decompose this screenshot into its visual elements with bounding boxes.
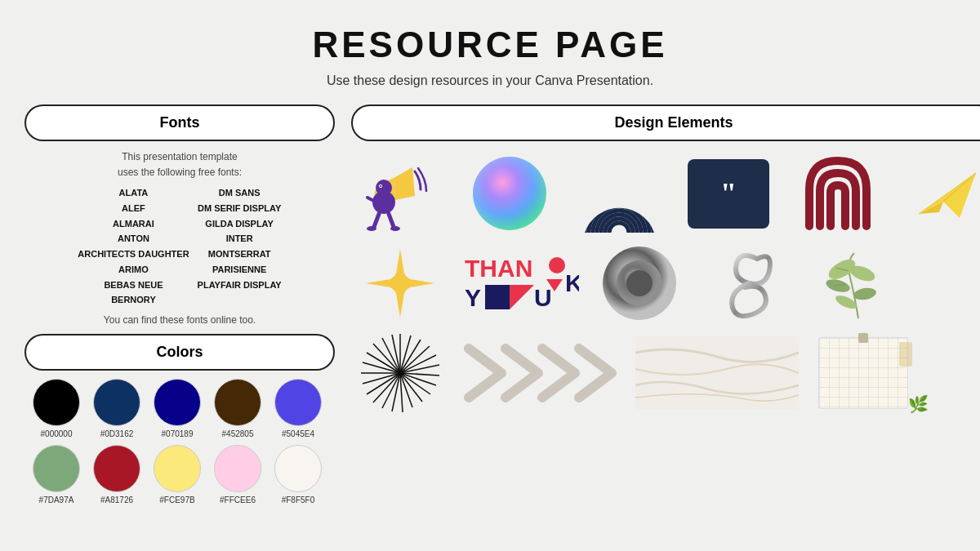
chrome-ring-element <box>590 242 688 324</box>
silver-figure-svg <box>708 242 790 324</box>
sunburst-svg <box>359 332 441 414</box>
colors-row-2: #7DA97A #A81726 #FCE97B #FFCEE6 #F8F5F0 <box>24 445 335 504</box>
color-item-purple: #5045E4 <box>274 379 322 438</box>
arch-element <box>789 153 887 234</box>
sunburst-element <box>351 332 449 414</box>
main-content: Fonts This presentation template uses th… <box>0 88 980 504</box>
marble-svg <box>635 336 799 410</box>
color-item-darkblue: #070189 <box>154 379 201 438</box>
arrows-element <box>461 332 624 414</box>
fonts-description: This presentation template uses the foll… <box>24 149 335 180</box>
striped-arc-svg <box>581 155 658 233</box>
svg-text:THAN: THAN <box>465 255 532 282</box>
design-elements-box: Design Elements <box>351 104 980 141</box>
svg-point-19 <box>549 257 565 273</box>
color-swatch-black <box>33 379 80 426</box>
notepad-element: 🌿 <box>810 332 916 414</box>
color-item-navy: #0D3162 <box>93 379 140 438</box>
fonts-col-1: ALATAALEFALMARAIANTONARCHITECTS DAUGHTER… <box>78 185 189 308</box>
holo-sphere <box>473 157 546 230</box>
fonts-col-2: DM SANSDM SERIF DISPLAYGILDA DISPLAYINTE… <box>198 185 282 308</box>
color-swatch-navy <box>93 379 140 426</box>
color-item-red: #A81726 <box>93 445 140 504</box>
color-item-pink: #FFCEE6 <box>214 445 261 504</box>
holo-sphere-element <box>461 153 559 234</box>
marble-element <box>635 332 799 414</box>
color-swatch-green <box>33 445 80 492</box>
svg-point-10 <box>390 226 400 231</box>
notepad-tape <box>899 342 912 367</box>
color-swatch-white <box>274 445 322 492</box>
svg-point-28 <box>626 270 653 296</box>
leaf-svg <box>817 245 899 322</box>
notepad-leaf-deco: 🌿 <box>908 394 929 414</box>
page-title: RESOURCE PAGE <box>0 24 980 65</box>
fonts-find: You can find these fonts online too. <box>24 314 335 326</box>
svg-point-6 <box>380 185 381 187</box>
starburst-svg <box>359 242 441 324</box>
elements-row-1: " <box>351 153 980 234</box>
quote-box: " <box>688 159 769 229</box>
arrows-svg <box>461 336 624 410</box>
svg-marker-2 <box>394 167 415 200</box>
colors-grid: #000000 #0D3162 #070189 #452805 #5045E4 <box>24 379 335 504</box>
color-item-brown: #452805 <box>214 379 261 438</box>
paper-plane-svg <box>915 165 980 222</box>
elements-row-3: 🌿 <box>351 332 980 414</box>
notepad <box>818 337 908 409</box>
thankyou-svg: THAN K Y U <box>461 242 579 324</box>
svg-point-9 <box>367 226 376 231</box>
thankyou-element: THAN K Y U <box>461 242 579 324</box>
color-swatch-brown <box>214 379 261 426</box>
fonts-list: ALATAALEFALMARAIANTONARCHITECTS DAUGHTER… <box>24 185 335 308</box>
right-panel: Design Elements <box>351 104 980 504</box>
svg-text:K: K <box>565 269 579 296</box>
striped-arc-element <box>570 153 668 234</box>
svg-point-30 <box>825 277 852 294</box>
svg-marker-13 <box>919 202 943 214</box>
color-swatch-darkblue <box>154 379 201 426</box>
colors-box: Colors <box>24 334 335 371</box>
color-item-yellow: #FCE97B <box>154 445 201 504</box>
svg-marker-24 <box>510 285 534 309</box>
svg-line-44 <box>400 373 430 394</box>
left-panel: Fonts This presentation template uses th… <box>24 104 335 504</box>
elements-row-2: THAN K Y U <box>351 242 980 324</box>
svg-line-58 <box>392 335 400 373</box>
svg-line-7 <box>374 214 379 227</box>
megaphone-svg <box>359 155 441 233</box>
page-subtitle: Use these design resources in your Canva… <box>0 73 980 88</box>
svg-point-17 <box>394 277 407 290</box>
svg-rect-23 <box>485 285 510 309</box>
elements-grid: " <box>351 153 980 414</box>
quote-box-element: " <box>679 153 777 234</box>
page-header: RESOURCE PAGE Use these design resources… <box>0 0 980 88</box>
svg-line-48 <box>392 373 400 411</box>
svg-text:U: U <box>534 284 552 311</box>
svg-point-4 <box>376 180 392 196</box>
svg-line-8 <box>389 214 394 227</box>
colors-row-1: #000000 #0D3162 #070189 #452805 #5045E4 <box>24 379 335 438</box>
svg-text:Y: Y <box>465 284 481 311</box>
color-item-black: #000000 <box>33 379 80 438</box>
arch-svg <box>805 157 871 230</box>
chrome-ring-svg <box>601 245 679 322</box>
leaf-decoration-element <box>809 242 907 324</box>
color-swatch-yellow <box>154 445 201 492</box>
notepad-clip <box>858 333 868 343</box>
svg-line-41 <box>400 365 439 373</box>
svg-point-32 <box>853 286 877 301</box>
color-swatch-pink <box>214 445 261 492</box>
quote-mark: " <box>720 176 737 211</box>
color-swatch-red <box>93 445 140 492</box>
starburst-element <box>351 242 449 324</box>
color-swatch-purple <box>274 379 322 426</box>
megaphone-character <box>351 153 449 234</box>
fonts-box: Fonts <box>24 104 335 141</box>
silver-figure-element <box>700 242 798 324</box>
notepad-grid <box>819 338 907 408</box>
paper-plane-element <box>898 153 980 234</box>
color-item-green: #7DA97A <box>33 445 80 504</box>
color-item-white: #F8F5F0 <box>274 445 322 504</box>
